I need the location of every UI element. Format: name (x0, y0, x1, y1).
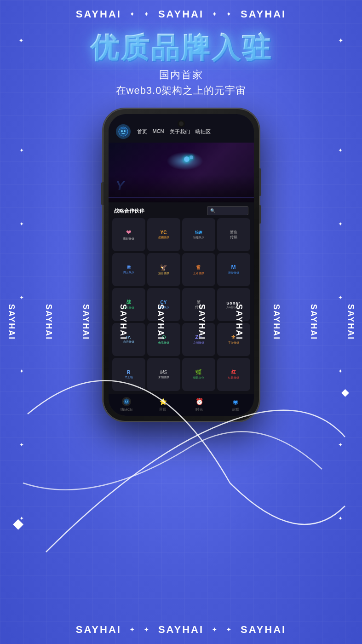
sayhai-right-group: SAYHAI SAYHAI SAYHAI SAYHAI SAYHAI (197, 304, 356, 340)
sayhai-left-3: SAYHAI (81, 304, 91, 340)
nav-item-about[interactable]: 关于我们 (170, 128, 190, 135)
sayhai-left-2: SAYHAI (118, 304, 128, 340)
sayhai-right-3: SAYHAI (271, 304, 281, 340)
sayhai-right-4: SAYHAI (234, 304, 244, 340)
sayhai-left-border: SAYHAI SAYHAI SAYHAI SAYHAI SAYHAI (6, 0, 165, 644)
sayhai-left-4: SAYHAI (44, 304, 53, 340)
sayhai-left-group: SAYHAI SAYHAI SAYHAI SAYHAI SAYHAI (6, 304, 165, 340)
sayhai-left-5: SAYHAI (6, 304, 16, 340)
sayhai-right-2: SAYHAI (309, 304, 318, 340)
sayhai-left-1: SAYHAI (155, 304, 165, 340)
sayhai-right-1: SAYHAI (346, 304, 356, 340)
phone-camera (179, 121, 184, 126)
sayhai-right-border: SAYHAI SAYHAI SAYHAI SAYHAI SAYHAI (197, 0, 356, 644)
sayhai-right-5: SAYHAI (197, 304, 207, 340)
